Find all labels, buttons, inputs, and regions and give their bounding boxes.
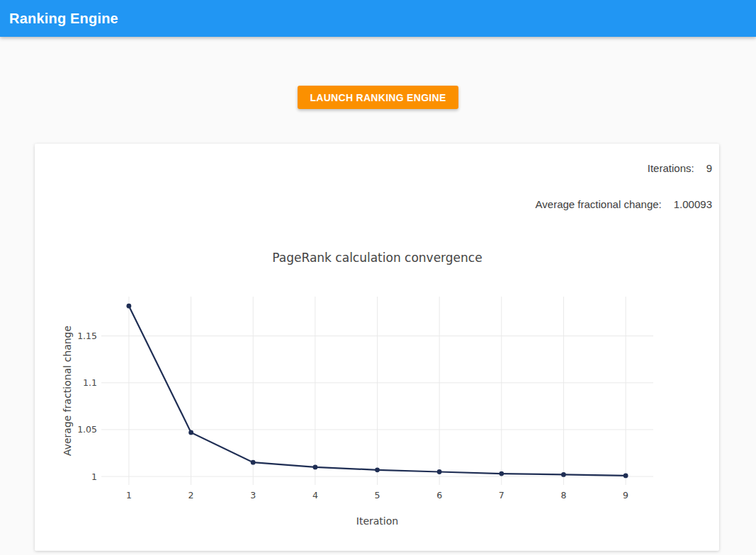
data-point [561, 472, 566, 477]
data-point [499, 471, 504, 476]
x-tick-label: 2 [188, 490, 194, 500]
launch-button-row: LAUNCH RANKING ENGINE [0, 86, 756, 109]
x-tick-label: 8 [560, 490, 566, 500]
data-point [251, 460, 256, 465]
x-tick-label: 1 [126, 490, 132, 500]
data-point [624, 474, 628, 479]
x-tick-label: 7 [499, 490, 504, 500]
chart-title: PageRank calculation convergence [272, 251, 482, 265]
x-axis-title: Iteration [356, 515, 398, 527]
convergence-chart-svg: 11.051.11.15123456789PageRank calculatio… [35, 236, 719, 542]
x-tick-label: 4 [312, 490, 318, 500]
data-point [127, 304, 132, 309]
data-point [188, 430, 193, 435]
iterations-value: 9 [706, 162, 712, 174]
convergence-chart: 11.051.11.15123456789PageRank calculatio… [35, 236, 719, 542]
x-tick-label: 6 [436, 490, 442, 500]
iterations-stat: Iterations: 9 [648, 162, 712, 174]
launch-ranking-engine-button[interactable]: LAUNCH RANKING ENGINE [298, 86, 458, 109]
data-point [313, 465, 318, 470]
x-tick-label: 5 [375, 490, 380, 500]
results-card: Iterations: 9 Average fractional change:… [35, 144, 719, 551]
app-title: Ranking Engine [0, 11, 118, 27]
y-tick-label: 1.15 [77, 331, 97, 341]
y-tick-label: 1 [91, 471, 97, 482]
iterations-label: Iterations: [648, 162, 694, 174]
data-point [375, 467, 380, 472]
data-point [437, 469, 442, 474]
avg-change-value: 1.00093 [674, 198, 712, 210]
x-tick-label: 9 [623, 490, 628, 500]
y-tick-label: 1.1 [83, 377, 97, 388]
y-axis-title: Average fractional change [62, 326, 73, 456]
app-header: Ranking Engine [0, 0, 756, 37]
avg-change-label: Average fractional change: [536, 198, 662, 210]
x-tick-label: 3 [250, 490, 256, 500]
avg-fractional-change-stat: Average fractional change: 1.00093 [536, 198, 712, 210]
y-tick-label: 1.05 [77, 424, 97, 435]
